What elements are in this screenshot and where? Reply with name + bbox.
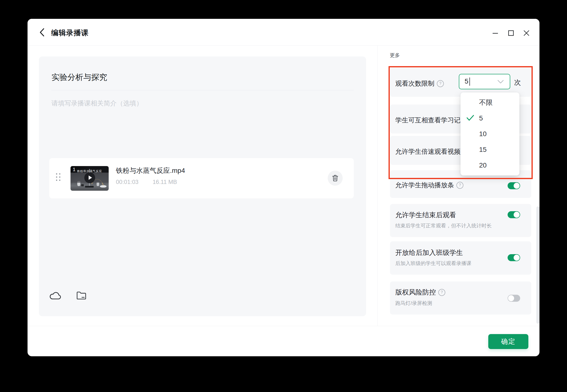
maximize-icon [508,30,514,36]
watch-limit-label-text: 观看次数限制 [395,79,434,88]
close-button[interactable] [521,28,532,38]
help-icon[interactable]: ? [456,182,463,189]
option-label: 20 [479,161,487,169]
help-icon[interactable]: ? [438,289,445,296]
dropdown-option-10[interactable]: 10 [461,126,519,142]
footer-divider [28,326,539,326]
maximize-button[interactable] [506,28,516,38]
video-thumbnail[interactable]: 铁粉和水蒸气反应 1 [71,166,109,191]
cloud-upload-button[interactable] [49,290,62,301]
playback-speed-label: 允许学生倍速观看视频 [395,147,461,156]
minimize-icon [492,30,499,36]
video-filename: 铁粉与水蒸气反应.mp4 [116,166,185,175]
video-filesize: 16.11 MB [153,179,177,185]
confirm-button[interactable]: 确定 [488,334,528,349]
drag-progress-toggle[interactable] [508,182,520,189]
watch-after-end-subtitle: 结束后学生可正常观看，但不计入统计时长 [395,222,492,229]
toggle-knob [514,255,520,261]
back-button[interactable] [37,28,47,37]
late-joiners-label: 开放给后加入班级学生 [395,248,463,257]
watch-after-end-toggle[interactable] [508,211,520,218]
chevron-left-icon [39,28,45,37]
description-textarea[interactable]: 请填写录播课相关简介（选填） [51,99,143,108]
copyright-label: 版权风险防控 ? [395,288,445,297]
toggle-knob [514,183,520,189]
watch-limit-unit: 次 [514,78,521,87]
minimize-button[interactable] [490,28,500,38]
toggle-knob [508,295,514,301]
toggle-knob [514,212,520,218]
drag-progress-label-text: 允许学生拖动播放条 [395,181,454,189]
course-title-input[interactable]: 实验分析与探究 [51,72,107,83]
chevron-down-icon [497,80,504,84]
help-icon[interactable]: ? [437,80,444,87]
dropdown-option-unlimited[interactable]: 不限 [461,95,519,110]
text-cursor [469,77,470,86]
option-label: 5 [479,114,483,122]
drag-progress-label: 允许学生拖动播放条 ? [395,181,463,189]
option-label: 不限 [479,98,493,107]
late-joiners-subtitle: 后加入班级的学生可以观看录播课 [395,260,471,267]
delete-video-button[interactable] [328,171,343,186]
check-icon [466,114,475,121]
page-title: 编辑录播课 [51,28,89,38]
local-folder-button[interactable] [76,290,87,301]
play-icon [84,172,95,183]
title-divider [51,90,354,90]
option-label: 15 [479,146,487,154]
more-section-label: 更多 [390,52,400,59]
dropdown-option-5[interactable]: 5 [461,110,519,126]
dropdown-option-15[interactable]: 15 [461,142,519,157]
watch-limit-value: 5 [465,77,468,85]
setting-card-watch-after-end: 允许学生结束后观看 结束后学生可正常观看，但不计入统计时长 [390,204,531,237]
watch-limit-select[interactable]: 5 [459,74,510,89]
copyright-subtitle: 跑马灯/录屏检测 [395,300,432,307]
late-joiners-toggle[interactable] [508,254,520,261]
drag-handle[interactable] [56,173,60,181]
course-content-panel: 实验分析与探究 请填写录播课相关简介（选填） 铁粉和水蒸气反应 1 铁粉与水蒸气… [39,56,366,316]
sidebar-scrollbar[interactable] [536,206,539,324]
cloud-icon [49,290,62,301]
folder-icon [76,291,87,300]
video-list-item: 铁粉和水蒸气反应 1 铁粉与水蒸气反应.mp4 00:01:03 16.11 M… [49,158,354,198]
option-label: 10 [479,130,487,138]
video-index-badge: 1 [73,167,76,172]
watch-limit-label: 观看次数限制 ? [395,79,444,88]
dropdown-option-20[interactable]: 20 [461,157,519,173]
edit-recorded-course-dialog: 编辑录播课 实验分析与探究 请填写录播课相关简介（选填） [28,19,539,356]
watch-after-end-label: 允许学生结束后观看 [395,210,456,220]
peer-view-label: 学生可互相查看学习记录 [395,116,467,125]
dialog-header: 编辑录播课 [28,19,539,46]
close-icon [523,30,530,36]
video-duration: 00:01:03 [116,179,138,185]
lab-lamp [81,184,84,186]
sidebar-divider [377,45,378,326]
copyright-toggle[interactable] [508,295,520,302]
trash-icon [332,175,339,182]
watch-limit-dropdown: 不限 5 10 15 20 [461,92,519,175]
copyright-label-text: 版权风险防控 [395,288,436,297]
